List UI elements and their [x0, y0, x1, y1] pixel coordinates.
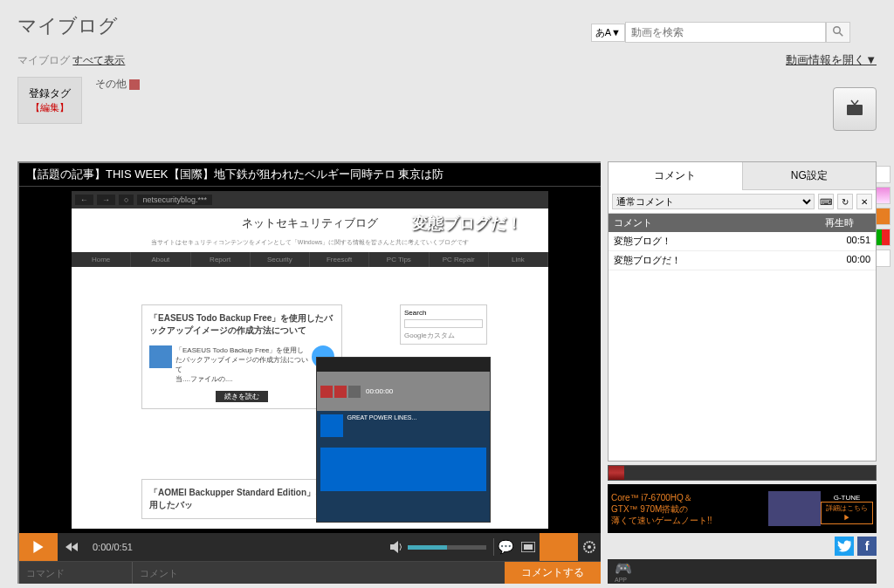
search-icon [833, 26, 843, 37]
volume-slider[interactable] [408, 545, 486, 550]
tag-other-label: その他 [95, 78, 127, 90]
player-controls: 0:00/0:51 💬 [19, 533, 601, 561]
fullscreen-button[interactable] [517, 542, 540, 552]
blog-subtitle: 当サイトはセキュリティコンテンツをメインとして「Windows」に関する情報を皆… [72, 238, 548, 252]
news-ticker[interactable]: 【話題の記事】THIS WEEK【国際】地下鉄が狙われたベルギー同時テロ 東京は… [19, 163, 601, 187]
ime-toggle[interactable]: あA▼ [591, 24, 625, 42]
comment-row[interactable]: 変態ブログだ！ 00:00 [609, 251, 876, 270]
twitter-icon [837, 540, 851, 552]
play-icon [32, 541, 45, 553]
svg-rect-10 [524, 544, 533, 550]
app-label: APP [615, 577, 632, 583]
keyboard-button[interactable]: ⌨ [818, 194, 834, 209]
settings-button[interactable] [578, 540, 601, 554]
show-all-link[interactable]: すべて表示 [72, 54, 125, 66]
sub-window: 00:00:00 GREAT POWER LINES... [316, 357, 491, 523]
breadcrumb-root: マイブログ [17, 54, 70, 66]
col-header-time[interactable]: 再生時 [820, 214, 876, 232]
svg-marker-7 [72, 543, 78, 551]
comment-time: 00:51 [820, 232, 876, 250]
svg-point-12 [588, 545, 591, 549]
facebook-button[interactable]: f [857, 537, 877, 556]
comment-overlay: 変態ブログだ！ [412, 213, 522, 234]
video-content: ←→○netsecurityblog.*** ネットセキュリティブログ 当サイト… [72, 191, 548, 529]
app-icon: 🎮 [615, 560, 632, 577]
svg-marker-5 [33, 541, 43, 553]
rewind-icon [65, 542, 79, 552]
tab-ng[interactable]: NG設定 [743, 162, 877, 190]
comment-filter-select[interactable]: 通常コメント [612, 194, 815, 209]
ad-cta[interactable]: 詳細はこちら ▶ [821, 502, 873, 524]
bottom-bar: 🎮 APP [608, 559, 877, 584]
search-button[interactable] [826, 22, 850, 43]
comment-panel: コメント NG設定 通常コメント ⌨ ↻ ✕ コメント 再生時 変態ブログ！ 0… [608, 161, 877, 462]
comment-text: 変態ブログだ！ [609, 251, 820, 270]
tab-comment[interactable]: コメント [609, 162, 743, 190]
tag-label: 登録タグ [29, 86, 71, 101]
orange-control-button[interactable] [540, 533, 578, 561]
comment-submit-button[interactable]: コメントする [505, 562, 601, 584]
article-card: 「AOMEI Backupper Standard Edition」を使用したバ… [141, 479, 342, 519]
app-button[interactable]: 🎮 APP [615, 560, 632, 583]
video-area[interactable]: ←→○netsecurityblog.*** ネットセキュリティブログ 当サイト… [19, 187, 601, 533]
comment-row[interactable]: 変態ブログ！ 00:51 [609, 232, 876, 251]
tv-icon [844, 99, 865, 120]
fullscreen-icon [521, 542, 535, 552]
refresh-button[interactable]: ↻ [837, 194, 853, 209]
volume-icon [390, 541, 404, 553]
comment-time: 00:00 [820, 251, 876, 270]
svg-point-0 [834, 26, 841, 33]
tag-other-icon [129, 79, 140, 90]
play-button[interactable] [19, 533, 58, 561]
time-display: 0:00/0:51 [86, 542, 140, 552]
breadcrumb: マイブログ すべて表示 [17, 53, 125, 68]
command-input[interactable] [19, 562, 133, 584]
comment-table: コメント 再生時 変態ブログ！ 00:51 変態ブログだ！ 00:00 [609, 214, 876, 461]
ad-line: GTX™ 970M搭載の [611, 503, 768, 515]
ad-line: Core™ i7-6700HQ＆ [611, 492, 768, 503]
tag-edit-link[interactable]: 【編集】 [29, 101, 71, 114]
ad-image [768, 491, 821, 526]
volume-control[interactable] [383, 541, 493, 553]
video-info-link[interactable]: 動画情報を開く▼ [786, 52, 877, 68]
svg-line-3 [851, 100, 855, 105]
sidebar-search: Search Googleカスタム [400, 304, 487, 345]
article-card: 「EASEUS Todo Backup Free」を使用したバックアップイメージ… [141, 304, 342, 409]
comment-seek-bar[interactable] [608, 465, 877, 481]
svg-marker-8 [390, 541, 398, 553]
twitter-button[interactable] [835, 537, 854, 556]
tag-box: 登録タグ 【編集】 [17, 77, 82, 124]
comment-toggle-button[interactable]: 💬 [494, 539, 517, 555]
col-header-comment[interactable]: コメント [609, 214, 820, 232]
svg-rect-2 [847, 105, 863, 115]
rewind-button[interactable] [58, 542, 86, 552]
video-player: 【話題の記事】THIS WEEK【国際】地下鉄が狙われたベルギー同時テロ 東京は… [17, 161, 601, 584]
svg-line-4 [855, 100, 858, 105]
close-button[interactable]: ✕ [856, 194, 872, 209]
ad-line: 薄くて速いゲームノート!! [611, 515, 768, 526]
tag-other[interactable]: その他 [95, 77, 140, 92]
svg-marker-6 [65, 543, 72, 551]
ad-logo: G-TUNE 詳細はこちら ▶ [821, 494, 873, 524]
search-input[interactable] [625, 22, 826, 43]
comment-text: 変態ブログ！ [609, 232, 820, 250]
tv-mode-button[interactable] [833, 87, 877, 131]
search-container: あA▼ [591, 22, 850, 43]
svg-line-1 [840, 32, 843, 36]
ad-banner[interactable]: Core™ i7-6700HQ＆ GTX™ 970M搭載の 薄くて速いゲームノー… [608, 484, 877, 533]
comment-input[interactable] [133, 562, 505, 584]
gear-icon [582, 540, 596, 554]
